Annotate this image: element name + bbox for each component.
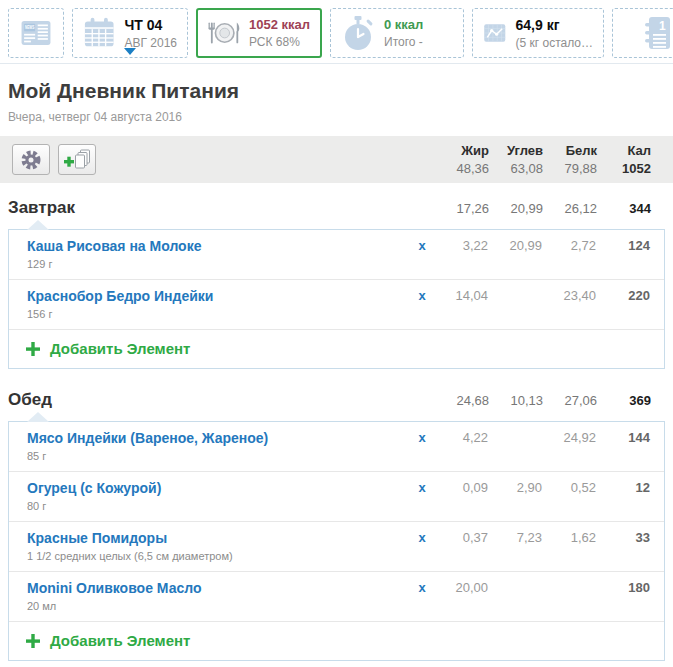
- food-item-portion: 156 г: [27, 308, 410, 321]
- food-item-row: Monini Оливковое Масло 20 мл x 20,00 180: [9, 572, 664, 622]
- remove-item-button[interactable]: x: [410, 579, 434, 597]
- tile-exercise[interactable]: 0 ккал Итого -: [330, 8, 464, 58]
- item-fat: 4,22: [434, 429, 488, 447]
- item-carbs: 7,23: [488, 529, 542, 547]
- remove-item-button[interactable]: x: [410, 479, 434, 497]
- weight-label: 64,9 кг: [516, 17, 593, 33]
- food-item-portion: 20 мл: [27, 600, 410, 613]
- item-fat: 0,37: [434, 529, 488, 547]
- section-header-breakfast: Завтрак 17,26 20,99 26,12 344: [0, 198, 673, 229]
- journal-number-label: 1: [659, 19, 666, 33]
- add-item-button[interactable]: Добавить Элемент: [9, 330, 664, 368]
- section-label[interactable]: Обед: [8, 390, 435, 410]
- item-carbs: 2,90: [488, 479, 542, 497]
- nutrition-column-headers: Жир 48,36 Углев 63,08 Белк 79,88 Кал 105…: [435, 143, 673, 176]
- diary-toolbar: Жир 48,36 Углев 63,08 Белк 79,88 Кал 105…: [0, 136, 673, 183]
- section-protein: 26,12: [543, 201, 597, 216]
- food-item-portion: 80 г: [27, 500, 410, 513]
- page-subtitle: Вчера, четверг 04 августа 2016: [8, 110, 665, 124]
- add-item-label: Добавить Элемент: [50, 632, 190, 649]
- settings-button[interactable]: [12, 144, 50, 175]
- item-fat: 3,22: [434, 237, 488, 255]
- total-carbs: 63,08: [489, 161, 543, 176]
- food-item-portion: 129 г: [27, 258, 410, 271]
- section-fat: 24,68: [435, 393, 489, 408]
- remove-item-button[interactable]: x: [410, 529, 434, 547]
- breakfast-panel: Каша Рисовая на Молоке 129 г x 3,22 20,9…: [8, 229, 665, 369]
- total-protein: 79,88: [543, 161, 597, 176]
- section-protein: 27,06: [543, 393, 597, 408]
- food-item-portion: 1 1/2 средних целых (6,5 см диаметром): [27, 550, 410, 563]
- item-protein: 23,40: [542, 287, 596, 305]
- item-fat: 0,09: [434, 479, 488, 497]
- item-protein: 0,52: [542, 479, 596, 497]
- tile-food-diary[interactable]: 1052 ккал РСК 68%: [196, 8, 322, 58]
- food-item-row: Огурец (с Кожурой) 80 г x 0,09 2,90 0,52…: [9, 472, 664, 522]
- copy-pages-plus-icon: [63, 149, 91, 171]
- food-item-row: Мясо Индейки (Вареное, Жареное) 85 г x 4…: [9, 422, 664, 472]
- weight-remaining-label: (5 кг остало…: [516, 36, 593, 50]
- food-item-row: Каша Рисовая на Молоке 129 г x 3,22 20,9…: [9, 230, 664, 280]
- tile-news[interactable]: NEWS: [8, 8, 64, 58]
- item-fat: 20,00: [434, 579, 488, 597]
- total-fat: 48,36: [435, 161, 489, 176]
- gear-icon: [19, 148, 43, 172]
- food-item-link[interactable]: Огурец (с Кожурой): [27, 479, 161, 497]
- remove-item-button[interactable]: x: [410, 287, 434, 305]
- food-calories-label: 1052 ккал: [249, 17, 310, 32]
- remove-item-button[interactable]: x: [410, 429, 434, 447]
- topbar: NEWS ЧТ 04 АВГ 2016: [0, 0, 673, 64]
- col-header-calories: Кал: [597, 143, 651, 158]
- item-calories: 144: [596, 429, 650, 447]
- section-carbs: 10,13: [489, 393, 543, 408]
- item-fat: 14,04: [434, 287, 488, 305]
- calendar-icon: [83, 16, 115, 50]
- plus-icon: [25, 633, 41, 649]
- food-item-portion: 85 г: [27, 450, 410, 463]
- col-header-protein: Белк: [543, 143, 597, 158]
- col-header-carbs: Углев: [489, 143, 543, 158]
- tile-journal[interactable]: 1: [612, 8, 673, 58]
- add-item-label: Добавить Элемент: [50, 340, 190, 357]
- section-label[interactable]: Завтрак: [8, 198, 435, 218]
- item-protein: 1,62: [542, 529, 596, 547]
- copy-items-button[interactable]: [58, 144, 96, 175]
- item-carbs: 20,99: [488, 237, 542, 255]
- total-calories: 1052: [597, 161, 651, 176]
- page-title: Мой Дневник Питания: [8, 79, 665, 103]
- item-calories: 124: [596, 237, 650, 255]
- weight-chart-icon: [483, 17, 507, 49]
- news-icon: NEWS: [19, 17, 53, 49]
- food-item-link[interactable]: Каша Рисовая на Молоке: [27, 237, 201, 255]
- add-item-button[interactable]: Добавить Элемент: [9, 622, 664, 660]
- item-protein: 24,92: [542, 429, 596, 447]
- item-calories: 12: [596, 479, 650, 497]
- chevron-down-icon[interactable]: [124, 41, 136, 59]
- lunch-panel: Мясо Индейки (Вареное, Жареное) 85 г x 4…: [8, 421, 665, 661]
- item-calories: 33: [596, 529, 650, 547]
- item-calories: 220: [596, 287, 650, 305]
- plus-icon: [25, 341, 41, 357]
- food-item-link[interactable]: Красные Помидоры: [27, 529, 167, 547]
- food-item-link[interactable]: Мясо Индейки (Вареное, Жареное): [27, 429, 268, 447]
- item-calories: 180: [596, 579, 650, 597]
- section-header-lunch: Обед 24,68 10,13 27,06 369: [0, 390, 673, 421]
- exercise-calories-label: 0 ккал: [384, 17, 423, 32]
- tile-date[interactable]: ЧТ 04 АВГ 2016: [72, 8, 188, 58]
- exercise-total-label: Итого -: [384, 35, 423, 49]
- tile-weight[interactable]: 64,9 кг (5 кг остало…: [472, 8, 604, 58]
- journal-icon: 1: [641, 15, 673, 51]
- food-item-link[interactable]: Краснобор Бедро Индейки: [27, 287, 213, 305]
- section-fat: 17,26: [435, 201, 489, 216]
- rdi-percent-label: РСК 68%: [249, 35, 310, 49]
- section-calories: 344: [597, 201, 651, 216]
- food-item-link[interactable]: Monini Оливковое Масло: [27, 579, 202, 597]
- food-item-row: Краснобор Бедро Индейки 156 г x 14,04 23…: [9, 280, 664, 330]
- remove-item-button[interactable]: x: [410, 237, 434, 255]
- section-calories: 369: [597, 393, 651, 408]
- plate-cutlery-icon: [208, 15, 240, 51]
- food-item-row: Красные Помидоры 1 1/2 средних целых (6,…: [9, 522, 664, 572]
- section-carbs: 20,99: [489, 201, 543, 216]
- col-header-fat: Жир: [435, 143, 489, 158]
- stopwatch-icon: [341, 15, 375, 51]
